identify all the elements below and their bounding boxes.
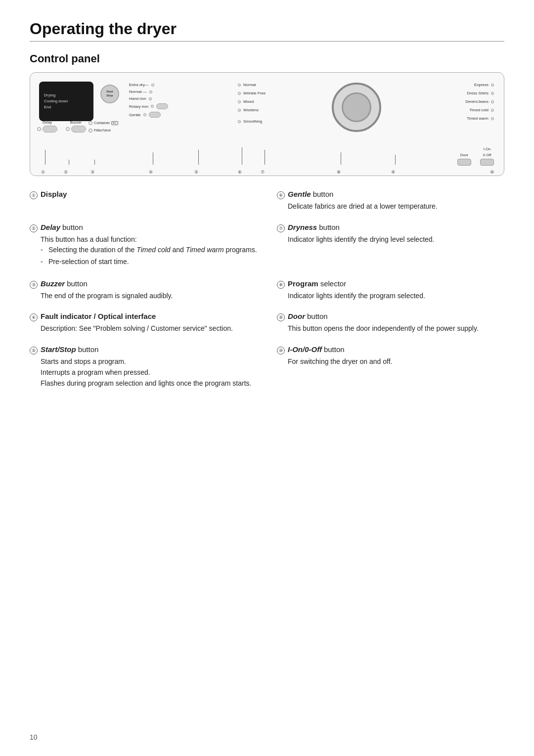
desc-door-body: This button opens the door independently… bbox=[277, 323, 504, 334]
gentle-title-suffix: button bbox=[313, 190, 334, 198]
fault-body-text: Description: See "Problem solving / Cust… bbox=[41, 323, 257, 334]
smoothing-dot bbox=[238, 120, 241, 123]
door-button-group: Door bbox=[457, 153, 471, 166]
filter-row: Filter/Vent bbox=[89, 128, 118, 133]
display-block: Drying Cooling down End bbox=[39, 82, 93, 121]
door-button[interactable] bbox=[457, 159, 471, 166]
desc-ion-off-body: For switching the dryer on and off. bbox=[277, 356, 504, 367]
ion-off-body-text: For switching the dryer on and off. bbox=[288, 356, 504, 367]
buzzer-area: Buzzer bbox=[66, 120, 86, 133]
callout-line-4 bbox=[153, 152, 153, 165]
delay-button[interactable] bbox=[43, 126, 57, 133]
ion-off-title-suffix: button bbox=[324, 345, 345, 354]
prog-smoothing: Smoothing bbox=[238, 119, 266, 124]
prog-extra-dry: Extra dry— bbox=[129, 83, 168, 87]
circnum-10: ⑩ bbox=[277, 347, 285, 355]
delay-bullet-list: Selecting the duration of the Timed cold… bbox=[41, 245, 257, 267]
page-number: 10 bbox=[30, 733, 38, 741]
start-stop-title-text: Start/Stop bbox=[41, 345, 76, 354]
door-title-suffix: button bbox=[307, 312, 328, 320]
timed-warm-ref: Timed warm bbox=[186, 246, 224, 254]
prog-woolens: Woolens bbox=[238, 108, 266, 112]
mixed-label: Mixed bbox=[243, 99, 254, 104]
container-indicator bbox=[89, 121, 92, 125]
delay-title-text: Delay bbox=[41, 223, 60, 231]
callout-1: ① bbox=[41, 170, 45, 175]
desc-delay: ② Delay button This button has a dual fu… bbox=[30, 223, 257, 268]
callout-3: ③ bbox=[90, 170, 94, 175]
prog-hand-iron: Hand iron bbox=[129, 96, 168, 101]
display-line-2: Cooling down bbox=[44, 98, 68, 104]
prog-denim-jeans: Denim/Jeans bbox=[465, 99, 494, 104]
desc-ion-off-title: ⑩ I-On/0-Off button bbox=[277, 345, 504, 355]
desc-delay-title: ② Delay button bbox=[30, 223, 257, 232]
callout-10: ⑩ bbox=[490, 170, 494, 175]
container-label: Container PC bbox=[94, 120, 118, 126]
smoothing-label: Smoothing bbox=[243, 119, 262, 124]
callout-8: ⑧ bbox=[337, 170, 341, 175]
circnum-9: ⑨ bbox=[277, 313, 285, 321]
filter-indicator bbox=[89, 129, 92, 133]
page-title: Operating the dryer bbox=[30, 20, 504, 38]
desc-start-stop-body: Starts and stops a program. Interrupts a… bbox=[30, 356, 257, 389]
hand-iron-label: Hand iron bbox=[129, 96, 146, 101]
timed-warm-dot bbox=[491, 117, 494, 120]
buzzer-button[interactable] bbox=[71, 126, 86, 133]
start-stop-label: StartStop bbox=[106, 90, 113, 98]
buzzer-title-text: Buzzer bbox=[41, 279, 65, 288]
desc-display-title: ① Display bbox=[30, 190, 257, 199]
door-body-text: This button opens the door independently… bbox=[288, 323, 504, 334]
timed-cold-dot bbox=[491, 109, 494, 112]
hand-iron-dot bbox=[149, 97, 152, 100]
program-body-text: Indicator lights identify the program se… bbox=[288, 291, 504, 302]
desc-delay-body: This button has a dual function: Selecti… bbox=[30, 234, 257, 267]
program-selector-knob[interactable] bbox=[332, 83, 381, 132]
desc-start-stop: ⑤ Start/Stop button Starts and stops a p… bbox=[30, 345, 257, 389]
title-divider bbox=[30, 41, 504, 42]
start-stop-title-suffix: button bbox=[78, 345, 99, 354]
callout-line-9 bbox=[395, 155, 396, 165]
zero-off-label: 0-Off bbox=[483, 153, 491, 157]
gentle-dot bbox=[143, 113, 146, 116]
gentle-title-text: Gentle bbox=[288, 190, 311, 198]
display-line-3: End bbox=[44, 104, 51, 110]
callout-line-5 bbox=[198, 150, 199, 165]
desc-fault-title: ④ Fault indicator / Optical interface bbox=[30, 312, 257, 321]
fault-title-text: Fault indicator / Optical interface bbox=[41, 312, 156, 320]
start-stop-button[interactable]: StartStop bbox=[100, 85, 119, 103]
prog-dress-shirts: Dress Shirts bbox=[467, 91, 494, 95]
filter-label: Filter/Vent bbox=[94, 128, 111, 133]
selector-knob-inner bbox=[342, 92, 371, 122]
prog-gentle: Gentle bbox=[129, 112, 168, 118]
ion-off-button[interactable] bbox=[480, 159, 494, 166]
buzzer-title-suffix: button bbox=[67, 279, 88, 288]
callout-5: ⑤ bbox=[194, 170, 198, 175]
prog-left-column: Extra dry— Normal — Hand iron Rotary iro… bbox=[129, 83, 168, 118]
desc-dryness: ⑦ Dryness button Indicator lights identi… bbox=[277, 223, 504, 268]
desc-door: ⑨ Door button This button opens the door… bbox=[277, 312, 504, 334]
display-line-1: Drying bbox=[44, 92, 55, 98]
desc-buzzer-title: ③ Buzzer button bbox=[30, 279, 257, 289]
circnum-8: ⑧ bbox=[277, 281, 285, 289]
circnum-3: ③ bbox=[30, 281, 38, 289]
door-title-text: Door bbox=[288, 312, 305, 320]
normal-dot bbox=[238, 84, 241, 87]
desc-gentle-body: Delicate fabrics are dried at a lower te… bbox=[277, 201, 504, 212]
dryness-title-text: Dryness bbox=[288, 223, 317, 231]
woolens-label: Woolens bbox=[243, 108, 259, 112]
desc-display: ① Display bbox=[30, 190, 257, 212]
rotary-iron-slider[interactable] bbox=[156, 103, 168, 109]
desc-gentle: ⑥ Gentle button Delicate fabrics are dri… bbox=[277, 190, 504, 212]
prog-timed-warm: Timed warm bbox=[467, 116, 494, 121]
desc-door-title: ⑨ Door button bbox=[277, 312, 504, 321]
display-title-text: Display bbox=[41, 190, 67, 198]
normal-label: Normal bbox=[243, 83, 256, 87]
buzzer-body-text: The end of the program is signaled audib… bbox=[41, 291, 257, 302]
program-title-suffix: selector bbox=[320, 279, 347, 288]
prog-mid-column: Normal Wrinkle Free Mixed Woolens Smooth… bbox=[238, 83, 266, 124]
delay-label: Delay bbox=[43, 120, 52, 125]
wrinkle-free-label: Wrinkle Free bbox=[243, 91, 266, 95]
callout-line-6 bbox=[242, 147, 242, 165]
express-dot bbox=[491, 84, 494, 87]
gentle-slider[interactable] bbox=[149, 112, 161, 118]
